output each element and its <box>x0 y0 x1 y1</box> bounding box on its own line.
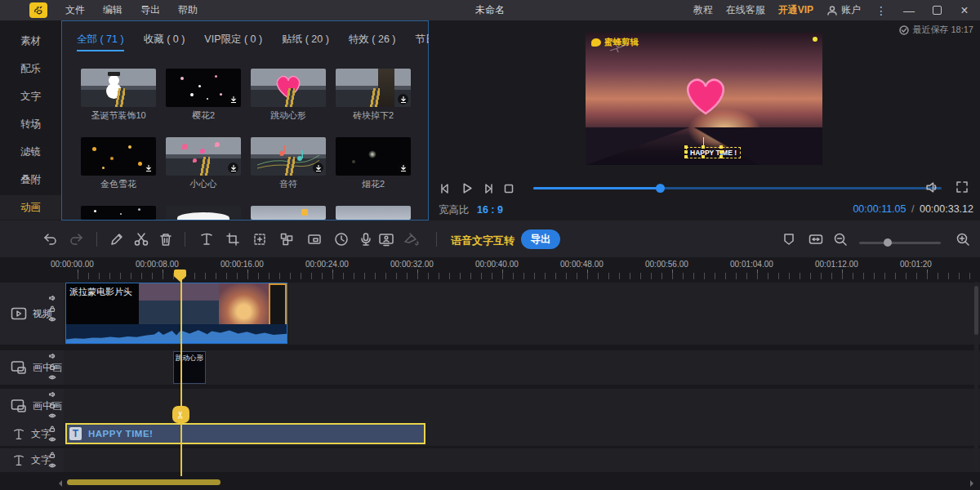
zoom-select-button[interactable] <box>251 230 269 248</box>
resize-handle[interactable] <box>719 155 723 158</box>
resize-handle[interactable] <box>684 155 688 158</box>
menu-help[interactable]: 帮助 <box>178 3 198 17</box>
track-pip1-header[interactable]: 画中画 <box>0 350 64 385</box>
menu-edit[interactable]: 编辑 <box>103 3 122 17</box>
lock-icon[interactable] <box>48 425 56 433</box>
zoom-out-icon[interactable] <box>831 230 849 248</box>
tab-vip-only[interactable]: VIP限定 ( 0 ) <box>204 33 262 51</box>
sidebar-item-animation[interactable]: 动画 <box>0 195 61 220</box>
sidebar-item-media[interactable]: 素材 <box>0 30 61 51</box>
resize-handle[interactable] <box>702 145 705 149</box>
ruler-ticks[interactable] <box>78 273 976 279</box>
pip-clip[interactable]: 跳动心形 <box>173 351 206 384</box>
media-item[interactable] <box>166 69 241 107</box>
seek-bar[interactable] <box>533 187 942 189</box>
app-logo-icon[interactable] <box>29 2 47 18</box>
tab-all[interactable]: 全部 ( 71 ) <box>77 33 124 51</box>
playhead-line[interactable] <box>180 270 182 476</box>
visibility-icon[interactable] <box>48 315 56 323</box>
timeline-zoom-slider[interactable] <box>859 242 941 244</box>
media-item[interactable] <box>81 69 156 107</box>
seek-bar-thumb[interactable] <box>656 184 665 193</box>
media-item-partial[interactable] <box>81 206 156 220</box>
more-menu-icon[interactable]: ⋮ <box>874 4 889 17</box>
previous-frame-button[interactable] <box>439 182 452 195</box>
fullscreen-icon[interactable] <box>956 180 969 194</box>
visibility-icon[interactable] <box>48 373 56 381</box>
hscroll-right-arrow[interactable] <box>970 480 977 487</box>
sidebar-item-transition[interactable]: 转场 <box>0 114 61 135</box>
sidebar-item-music[interactable]: 配乐 <box>0 58 61 79</box>
record-voice-button[interactable] <box>357 230 375 248</box>
play-button[interactable] <box>460 181 474 195</box>
timeline-vscroll-thumb[interactable] <box>974 286 978 335</box>
sidebar-item-overlay[interactable]: 叠附 <box>0 169 61 190</box>
menu-file[interactable]: 文件 <box>65 3 85 17</box>
next-frame-button[interactable] <box>482 182 495 195</box>
lock-icon[interactable] <box>48 305 56 313</box>
text-clip-selected[interactable]: T HAPPY TIME! <box>65 423 425 444</box>
screen-record-button[interactable] <box>377 230 395 248</box>
download-icon[interactable] <box>228 163 238 173</box>
resize-handle[interactable] <box>719 150 723 154</box>
resize-handle[interactable] <box>702 155 705 158</box>
lock-icon[interactable] <box>48 363 56 371</box>
menu-export[interactable]: 导出 <box>140 3 160 17</box>
mute-icon[interactable] <box>48 352 56 360</box>
media-item-partial[interactable] <box>336 206 411 220</box>
pip-tool-button[interactable] <box>305 230 323 248</box>
stop-button[interactable] <box>503 183 514 194</box>
zoom-in-icon[interactable] <box>954 230 972 248</box>
background-fill-button[interactable] <box>402 230 420 248</box>
transition-indicator[interactable] <box>269 283 287 327</box>
track-video-header[interactable]: 视频 <box>0 283 64 345</box>
volume-icon[interactable] <box>925 180 939 194</box>
visibility-icon[interactable] <box>48 435 56 443</box>
tab-stickers[interactable]: 贴纸 ( 20 ) <box>282 33 329 51</box>
download-icon[interactable] <box>228 94 238 105</box>
download-icon[interactable] <box>143 163 154 173</box>
minimize-button[interactable]: — <box>902 4 916 17</box>
account-button[interactable]: 账户 <box>826 3 861 17</box>
edit-pencil-button[interactable] <box>108 230 126 248</box>
mosaic-button[interactable] <box>278 230 296 248</box>
marker-icon[interactable] <box>780 230 798 248</box>
delete-button[interactable] <box>157 230 175 248</box>
speech-text-convert-button[interactable]: 语音文字互转 <box>451 234 514 248</box>
hscroll-left-arrow[interactable] <box>56 480 62 487</box>
heart-overlay[interactable] <box>682 75 729 116</box>
media-item[interactable] <box>336 137 411 176</box>
track-text1-header[interactable]: 文字 <box>0 422 64 446</box>
tab-favorites[interactable]: 收藏 ( 0 ) <box>144 33 185 51</box>
track-text2-header[interactable]: 文字 <box>0 448 64 472</box>
media-item[interactable] <box>81 137 156 176</box>
resize-handle[interactable] <box>684 145 688 149</box>
download-icon[interactable] <box>398 94 408 105</box>
media-item[interactable] <box>251 69 326 107</box>
maximize-button[interactable] <box>929 4 944 17</box>
resize-handle[interactable] <box>719 145 723 149</box>
video-clip[interactable]: 派拉蒙电影片头 <box>65 283 287 344</box>
duration-button[interactable] <box>332 230 350 248</box>
sidebar-item-filter[interactable]: 滤镜 <box>0 141 61 163</box>
redo-button[interactable] <box>68 230 86 248</box>
visibility-icon[interactable] <box>48 412 56 420</box>
crop-button[interactable] <box>224 230 242 248</box>
export-button[interactable]: 导出 <box>521 229 560 249</box>
video-preview-stage[interactable]: 蜜蜂剪辑 HAPPY TIME ! <box>586 33 822 165</box>
lock-icon[interactable] <box>48 451 56 459</box>
media-item[interactable] <box>166 137 241 176</box>
playhead-split-button[interactable]: ✂ <box>172 406 189 423</box>
online-support-link[interactable]: 在线客服 <box>726 3 765 17</box>
sidebar-item-text[interactable]: 文字 <box>0 86 61 107</box>
close-button[interactable]: × <box>957 3 972 18</box>
aspect-ratio-value[interactable]: 16 : 9 <box>477 204 503 216</box>
media-item-partial[interactable] <box>251 206 326 220</box>
tutorial-link[interactable]: 教程 <box>693 3 713 17</box>
mute-icon[interactable] <box>48 390 56 399</box>
overlay-text-box[interactable]: HAPPY TIME ! <box>686 147 741 158</box>
vip-upgrade-link[interactable]: 开通VIP <box>778 3 813 17</box>
mute-icon[interactable] <box>48 294 56 302</box>
media-item[interactable] <box>336 69 411 107</box>
fit-timeline-icon[interactable] <box>807 230 825 248</box>
